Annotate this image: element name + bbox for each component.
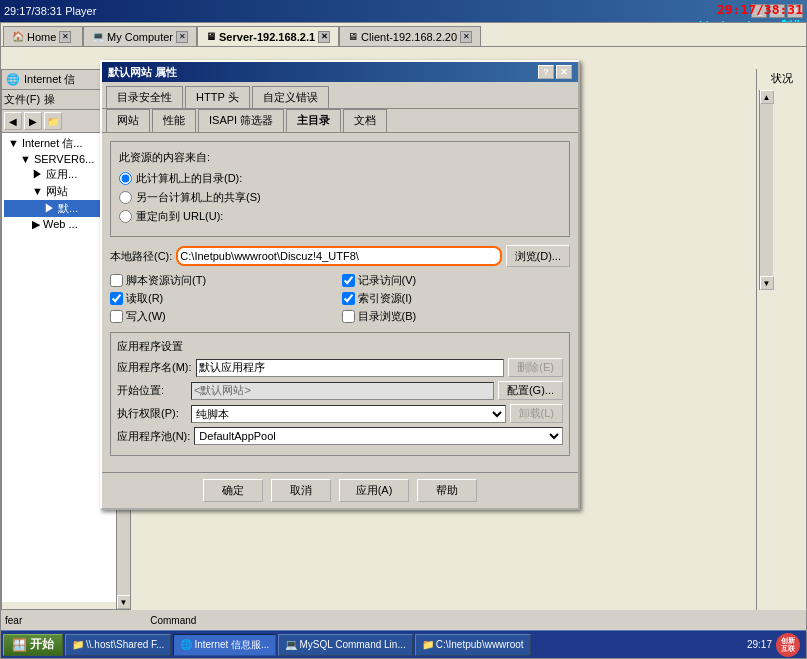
form-row-appname: 应用程序名(M): 删除(E) <box>117 358 563 377</box>
help-button[interactable]: 帮助 <box>417 479 477 502</box>
tab-server-close[interactable]: ✕ <box>318 31 330 43</box>
apply-button[interactable]: 应用(A) <box>339 479 410 502</box>
bottom-right-label: Command <box>150 615 196 626</box>
radio-this-computer[interactable]: 此计算机上的目录(D): <box>119 171 561 186</box>
taskbar-item-shared[interactable]: 📁 \\.host\Shared F... <box>65 634 171 656</box>
apppool-select[interactable]: DefaultAppPool <box>194 427 563 445</box>
taskbar-right: 29:17 创新互联 <box>747 633 804 657</box>
checkbox-read-input[interactable] <box>110 292 123 305</box>
checkbox-dir-browse[interactable]: 目录浏览(B) <box>342 309 571 324</box>
taskbar-inetpub-icon: 📁 <box>422 639 434 650</box>
tab-mycomputer-close[interactable]: ✕ <box>176 31 188 43</box>
source-group-title: 此资源的内容来自: <box>119 150 561 165</box>
form-label-appname: 应用程序名(M): <box>117 360 192 375</box>
tab-client[interactable]: 🖥 Client-192.168.2.20 ✕ <box>339 26 481 46</box>
computer-icon: 💻 <box>92 31 104 42</box>
ok-button[interactable]: 确定 <box>203 479 263 502</box>
config-button[interactable]: 配置(G)... <box>498 381 563 400</box>
checkbox-dir-browse-label: 目录浏览(B) <box>358 309 417 324</box>
status-scroll-up[interactable]: ▲ <box>760 90 774 104</box>
radio-redirect-input[interactable] <box>119 210 132 223</box>
player-title-text: 29:17/38:31 Player <box>4 5 96 17</box>
radio-this-computer-label: 此计算机上的目录(D): <box>136 171 242 186</box>
home-icon: 🏠 <box>12 31 24 42</box>
status-scroll-down[interactable]: ▼ <box>760 276 774 290</box>
radio-share-input[interactable] <box>119 191 132 204</box>
tab-performance[interactable]: 性能 <box>152 109 196 132</box>
start-icon: 🪟 <box>12 638 27 652</box>
tab-home-dir[interactable]: 主目录 <box>286 109 341 132</box>
form-row-apppool: 应用程序池(N): DefaultAppPool <box>117 427 563 445</box>
status-scrollbar[interactable]: ▲ ▼ <box>759 90 773 290</box>
checkbox-write-input[interactable] <box>110 310 123 323</box>
appname-input[interactable] <box>196 359 505 377</box>
taskbar-clock: 29:17 <box>747 639 772 650</box>
taskbar-mysql-label: MySQL Command Lin... <box>299 639 405 650</box>
start-button[interactable]: 🪟 开始 <box>3 634 63 656</box>
taskbar-item-inetpub[interactable]: 📁 C:\Inetpub\wwwroot <box>415 634 531 656</box>
tab-home[interactable]: 🏠 Home ✕ <box>3 26 83 46</box>
exec-select[interactable]: 纯脚本 无 脚本和可执行文件 <box>191 405 506 423</box>
iis-menu-file[interactable]: 文件(F) <box>4 92 40 107</box>
checkbox-log-access-input[interactable] <box>342 274 355 287</box>
tab-isapi[interactable]: ISAPI 筛选器 <box>198 109 284 132</box>
dialog-window: 默认网站 属性 ? ✕ 目录安全性 HTTP 头 自定义错误 网站 性能 ISA… <box>100 60 580 510</box>
browse-button[interactable]: 浏览(D)... <box>506 245 570 267</box>
expand-icon: ▶ <box>32 218 40 230</box>
iis-menu-op[interactable]: 操 <box>44 92 55 107</box>
dialog-footer: 确定 取消 应用(A) 帮助 <box>102 472 578 508</box>
taskbar-item-mysql[interactable]: 💻 MySQL Command Lin... <box>278 634 412 656</box>
path-input[interactable] <box>176 246 501 266</box>
path-row: 本地路径(C): 浏览(D)... <box>110 245 570 267</box>
dialog-titlebar: 默认网站 属性 ? ✕ <box>102 62 578 82</box>
expand-icon: ▶ <box>32 168 43 180</box>
tab-home-label: Home <box>27 31 56 43</box>
tab-http-headers[interactable]: HTTP 头 <box>185 86 250 108</box>
cancel-button[interactable]: 取消 <box>271 479 331 502</box>
scroll-down-button[interactable]: ▼ <box>117 595 131 609</box>
tab-custom-errors[interactable]: 自定义错误 <box>252 86 329 108</box>
checkbox-read[interactable]: 读取(R) <box>110 291 339 306</box>
nav-forward-button[interactable]: ▶ <box>24 112 42 130</box>
tab-website[interactable]: 网站 <box>106 109 150 132</box>
form-row-exec: 执行权限(P): 纯脚本 无 脚本和可执行文件 卸载(L) <box>117 404 563 423</box>
checkbox-index[interactable]: 索引资源(I) <box>342 291 571 306</box>
tab-docs[interactable]: 文档 <box>343 109 387 132</box>
tab-dir-security[interactable]: 目录安全性 <box>106 86 183 108</box>
radio-this-computer-input[interactable] <box>119 172 132 185</box>
expand-icon: ▼ <box>8 137 19 149</box>
dialog-help-button[interactable]: ? <box>538 65 554 79</box>
nav-up-button[interactable]: 📁 <box>44 112 62 130</box>
tab-server[interactable]: 🖥 Server-192.168.2.1 ✕ <box>197 26 339 46</box>
bottom-labels: fear Command <box>1 610 806 630</box>
radio-redirect[interactable]: 重定向到 URL(U): <box>119 209 561 224</box>
form-label-startloc: 开始位置: <box>117 383 187 398</box>
iis-title-text: Internet 信 <box>24 72 75 87</box>
tab-mycomputer-label: My Computer <box>107 31 173 43</box>
tab-home-close[interactable]: ✕ <box>59 31 71 43</box>
checkbox-index-input[interactable] <box>342 292 355 305</box>
delete-button[interactable]: 删除(E) <box>508 358 563 377</box>
checkbox-area: 脚本资源访问(T) 记录访问(V) 读取(R) 索引资源(I) 写入(W) 目录… <box>110 273 570 324</box>
checkbox-script-access[interactable]: 脚本资源访问(T) <box>110 273 339 288</box>
taskbar: 🪟 开始 📁 \\.host\Shared F... 🌐 Internet 信息… <box>1 630 806 658</box>
radio-share[interactable]: 另一台计算机上的共享(S) <box>119 190 561 205</box>
dialog-close-button[interactable]: ✕ <box>556 65 572 79</box>
bottom-left-label: fear <box>5 615 22 626</box>
checkbox-write[interactable]: 写入(W) <box>110 309 339 324</box>
taskbar-brand[interactable]: 创新互联 <box>776 633 800 657</box>
checkbox-dir-browse-input[interactable] <box>342 310 355 323</box>
checkbox-script-access-input[interactable] <box>110 274 123 287</box>
tab-mycomputer[interactable]: 💻 My Computer ✕ <box>83 26 197 46</box>
checkbox-log-access[interactable]: 记录访问(V) <box>342 273 571 288</box>
taskbar-iis-icon: 🌐 <box>180 639 192 650</box>
unload-button[interactable]: 卸载(L) <box>510 404 563 423</box>
dialog-title: 默认网站 属性 <box>108 65 177 80</box>
form-row-startloc: 开始位置: 配置(G)... <box>117 381 563 400</box>
player-title: 29:17/38:31 Player <box>4 5 96 17</box>
taskbar-item-iis[interactable]: 🌐 Internet 信息服... <box>173 634 276 656</box>
dialog-tabs-row1: 目录安全性 HTTP 头 自定义错误 <box>102 82 578 109</box>
tab-client-close[interactable]: ✕ <box>460 31 472 43</box>
nav-back-button[interactable]: ◀ <box>4 112 22 130</box>
timestamp-overlay: 29:17/38:31 <box>717 2 803 17</box>
